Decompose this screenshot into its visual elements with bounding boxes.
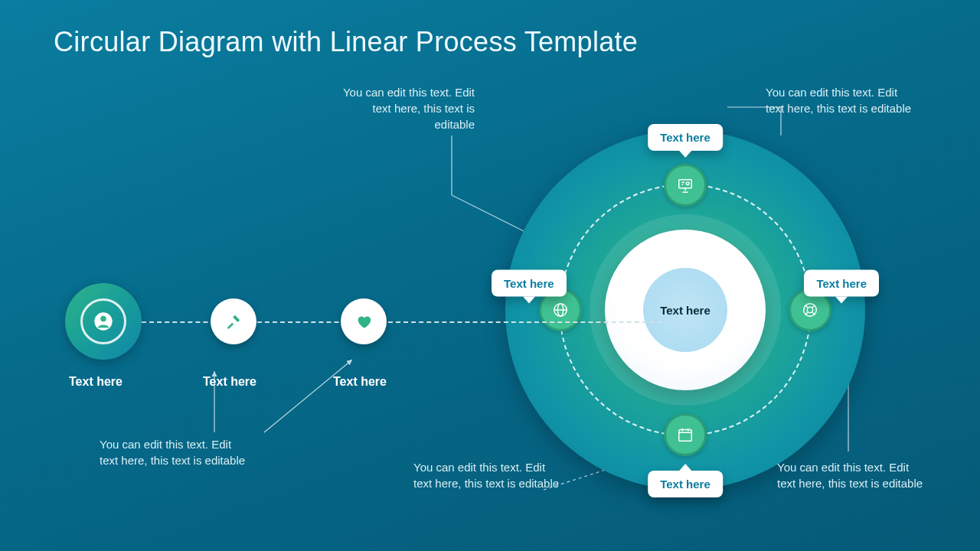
svg-line-9	[812, 305, 815, 308]
lifebuoy-icon	[802, 302, 818, 318]
callout-top-left: You can edit this text. Edit text here, …	[337, 84, 475, 132]
pill-bottom: Text here	[648, 471, 723, 497]
pill-right: Text here	[804, 270, 879, 297]
svg-point-7	[807, 307, 812, 312]
linear-step-3-label: Text here	[333, 375, 387, 389]
callout-top-right: You can edit this text. Edit text here, …	[766, 84, 919, 116]
pill-top: Text here	[648, 124, 723, 151]
linear-step-1-ring	[80, 298, 126, 344]
presentation-icon	[677, 177, 694, 194]
callout-bottom-left: You can edit this text. Edit text here, …	[100, 436, 253, 468]
calendar-icon	[677, 426, 694, 443]
user-icon	[93, 311, 114, 332]
heart-icon	[355, 313, 372, 330]
svg-rect-12	[679, 430, 692, 442]
svg-point-5	[686, 182, 689, 185]
globe-icon	[552, 302, 569, 318]
svg-line-11	[812, 312, 815, 315]
dashed-ring: Text here	[559, 184, 812, 436]
linear-step-2-label: Text here	[203, 375, 256, 389]
page-title: Circular Diagram with Linear Process Tem…	[54, 26, 638, 58]
callout-bottom-mid: You can edit this text. Edit text here, …	[413, 459, 567, 491]
svg-rect-0	[679, 180, 692, 188]
center-label: Text here	[643, 268, 727, 352]
pill-left: Text here	[492, 270, 567, 297]
linear-step-3	[341, 298, 387, 344]
gavel-icon	[225, 313, 242, 330]
svg-line-10	[805, 312, 808, 315]
circular-diagram: Text here	[505, 130, 865, 490]
svg-line-8	[805, 305, 808, 308]
callout-bottom-right: You can edit this text. Edit text here, …	[777, 459, 930, 491]
svg-point-23	[100, 316, 106, 321]
core-circle: Text here	[605, 230, 766, 390]
outer-ring: Text here	[505, 130, 865, 490]
linear-step-2	[211, 298, 256, 344]
linear-step-1	[65, 283, 142, 360]
linear-step-1-label: Text here	[69, 375, 122, 389]
orbit-node-top	[664, 164, 707, 207]
orbit-node-bottom	[664, 413, 707, 456]
